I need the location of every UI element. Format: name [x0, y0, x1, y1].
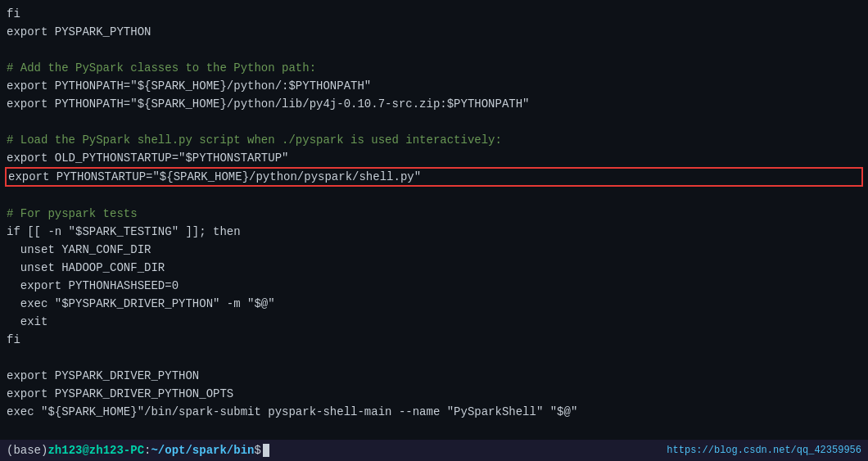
code-content: fiexport PYSPARK_PYTHON # Add the PySpar… — [7, 5, 861, 421]
terminal-window: fiexport PYSPARK_PYTHON # Add the PySpar… — [0, 0, 868, 461]
prompt-user: zh123@zh123-PC — [47, 444, 144, 457]
code-line: # For pyspark tests — [7, 205, 861, 223]
code-line: unset HADOOP_CONF_DIR — [7, 259, 861, 277]
watermark: https://blog.csdn.net/qq_42359956 — [667, 445, 861, 456]
code-line: export PYTHONHASHSEED=0 — [7, 277, 861, 295]
code-line: # Load the PySpark shell.py script when … — [7, 131, 861, 149]
code-line: export PYTHONPATH="${SPARK_HOME}/python/… — [7, 77, 861, 95]
code-line: export PYTHONSTARTUP="${SPARK_HOME}/pyth… — [7, 167, 861, 187]
code-line: exit — [7, 313, 861, 331]
terminal-cursor — [263, 444, 269, 457]
code-line: exec "${SPARK_HOME}"/bin/spark-submit py… — [7, 403, 861, 421]
code-line: export PYSPARK_DRIVER_PYTHON_OPTS — [7, 385, 861, 403]
prompt-dollar: $ — [254, 444, 260, 457]
code-line — [7, 187, 861, 205]
code-line: export OLD_PYTHONSTARTUP="$PYTHONSTARTUP… — [7, 149, 861, 167]
prompt-base: (base) — [7, 444, 47, 457]
code-line: export PYTHONPATH="${SPARK_HOME}/python/… — [7, 95, 861, 113]
code-line: fi — [7, 331, 861, 349]
code-line: export PYSPARK_DRIVER_PYTHON — [7, 367, 861, 385]
code-line — [7, 41, 861, 59]
code-line — [7, 349, 861, 367]
command-prompt: (base) zh123@zh123-PC:~/opt/spark/bin$ — [7, 444, 269, 457]
prompt-separator: : — [144, 444, 151, 457]
code-line: export PYSPARK_PYTHON — [7, 23, 861, 41]
code-line: # Add the PySpark classes to the Python … — [7, 59, 861, 77]
code-line: fi — [7, 5, 861, 23]
code-line — [7, 113, 861, 131]
code-line: exec "$PYSPARK_DRIVER_PYTHON" -m "$@" — [7, 295, 861, 313]
code-line: if [[ -n "$SPARK_TESTING" ]]; then — [7, 223, 861, 241]
bottom-bar: (base) zh123@zh123-PC:~/opt/spark/bin$ h… — [0, 440, 868, 461]
prompt-path: ~/opt/spark/bin — [151, 444, 254, 457]
code-line: unset YARN_CONF_DIR — [7, 241, 861, 259]
